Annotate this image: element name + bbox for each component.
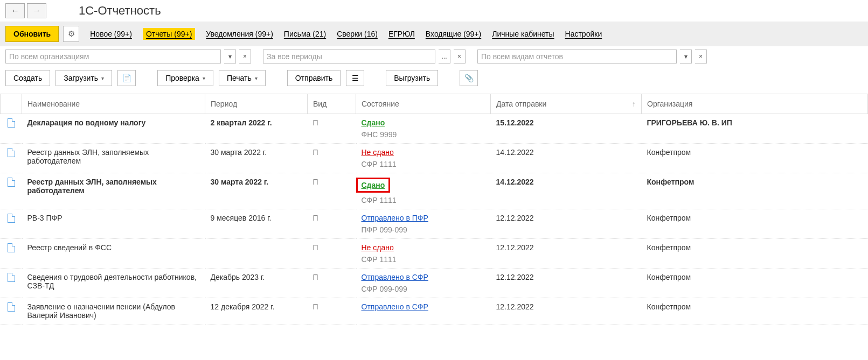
document-icon <box>8 243 15 252</box>
status-link[interactable]: Сдано <box>362 118 385 127</box>
status-link[interactable]: Отправлено в ПФР <box>362 214 428 222</box>
cell-org: Конфетпром <box>642 173 868 209</box>
forward-button[interactable]: → <box>27 3 46 18</box>
status-sub: СФР 099-099 <box>362 285 485 293</box>
load-label: Загрузить <box>64 74 98 82</box>
filter-org-dropdown[interactable]: ▾ <box>224 50 236 63</box>
tab-new[interactable]: Новое (99+) <box>90 30 132 38</box>
tab-reconciliations[interactable]: Сверки (16) <box>337 30 378 38</box>
cell-kind: П <box>308 298 356 324</box>
col-org[interactable]: Организация <box>642 94 868 114</box>
col-icon[interactable] <box>1 94 22 114</box>
cell-date: 14.12.2022 <box>491 144 642 173</box>
cell-date: 14.12.2022 <box>491 173 642 209</box>
cell-org: ГРИГОРЬЕВА Ю. В. ИП <box>642 114 868 144</box>
create-button[interactable]: Создать <box>5 70 50 86</box>
tab-cabinets[interactable]: Личные кабинеты <box>492 30 554 38</box>
reports-table: Наименование Период Вид Состояние Дата о… <box>0 94 868 324</box>
filter-type-dropdown[interactable]: ▾ <box>680 50 692 63</box>
chevron-down-icon: ▾ <box>255 75 258 81</box>
status-link[interactable]: Отправлено в СФР <box>362 273 428 281</box>
cell-kind: П <box>308 114 356 144</box>
cell-kind: П <box>308 173 356 209</box>
table-row[interactable]: РВ-3 ПФР9 месяцев 2016 г.ПОтправлено в П… <box>1 209 868 239</box>
document-icon <box>8 178 15 187</box>
status-sub: СФР 1111 <box>362 196 485 204</box>
col-name[interactable]: Наименование <box>22 94 205 114</box>
table-row[interactable]: Реестр данных ЭЛН, заполняемых работодат… <box>1 144 868 173</box>
refresh-button[interactable]: Обновить <box>5 26 59 42</box>
sort-asc-icon: ↑ <box>632 100 636 108</box>
cell-org: Конфетпром <box>642 144 868 173</box>
cell-date: 12.12.2022 <box>491 209 642 239</box>
filter-period-clear[interactable]: × <box>454 50 466 63</box>
cell-period: 9 месяцев 2016 г. <box>205 209 308 239</box>
tab-reports[interactable]: Отчеты (99+) <box>143 28 195 40</box>
cell-org: Конфетпром <box>642 239 868 269</box>
col-period[interactable]: Период <box>205 94 308 114</box>
file-button[interactable]: 📄 <box>117 70 136 86</box>
cell-status: Отправлено в СФР <box>356 298 491 324</box>
table-row[interactable]: Заявление о назначении пенсии (Абдулов В… <box>1 298 868 324</box>
cell-period: 30 марта 2022 г. <box>205 144 308 173</box>
col-status[interactable]: Состояние <box>356 94 491 114</box>
filter-type[interactable]: По всем видам отчетов <box>477 50 677 63</box>
attach-button[interactable]: 📎 <box>460 70 478 86</box>
load-button[interactable]: Загрузить ▾ <box>55 70 112 86</box>
status-link[interactable]: Не сдано <box>362 243 394 252</box>
col-kind[interactable]: Вид <box>308 94 356 114</box>
cell-name: Заявление о назначении пенсии (Абдулов В… <box>22 298 205 324</box>
print-button[interactable]: Печать ▾ <box>219 70 266 86</box>
check-label: Проверка <box>165 74 199 82</box>
status-link[interactable]: Отправлено в СФР <box>362 302 428 311</box>
tab-incoming[interactable]: Входящие (99+) <box>426 30 481 38</box>
status-sub: СФР 1111 <box>362 255 485 264</box>
print-label: Печать <box>227 74 252 82</box>
cell-kind: П <box>308 144 356 173</box>
export-button[interactable]: Выгрузить <box>386 70 438 86</box>
status-sub: ФНС 9999 <box>362 130 485 139</box>
tab-settings[interactable]: Настройки <box>565 30 602 38</box>
filter-org[interactable]: По всем организациям <box>5 50 221 63</box>
table-row[interactable]: Реестр сведений в ФССПНе сданоСФР 111112… <box>1 239 868 269</box>
cell-status: СданоФНС 9999 <box>356 114 491 144</box>
cell-status: СданоСФР 1111 <box>356 173 491 209</box>
cell-status: Не сданоСФР 1111 <box>356 239 491 269</box>
chevron-down-icon: ▾ <box>203 75 205 81</box>
tab-egrul[interactable]: ЕГРЮЛ <box>388 30 415 38</box>
cell-period: 12 декабря 2022 г. <box>205 298 308 324</box>
list-button[interactable]: ☰ <box>346 70 364 86</box>
check-button[interactable]: Проверка ▾ <box>157 70 213 86</box>
tab-notifications[interactable]: Уведомления (99+) <box>206 30 273 38</box>
back-button[interactable]: ← <box>5 3 25 18</box>
cell-status: Не сданоСФР 1111 <box>356 144 491 173</box>
cell-name: РВ-3 ПФР <box>22 209 205 239</box>
highlight-box: Сдано <box>356 178 391 193</box>
chevron-down-icon: ▾ <box>101 75 104 81</box>
list-icon: ☰ <box>352 74 359 82</box>
filter-type-clear[interactable]: × <box>695 50 707 63</box>
status-sub: СФР 1111 <box>362 160 485 168</box>
cell-status: Отправлено в ПФРПФР 099-099 <box>356 209 491 239</box>
status-link[interactable]: Не сдано <box>362 148 394 157</box>
cell-period: 2 квартал 2022 г. <box>205 114 308 144</box>
cell-period: Декабрь 2023 г. <box>205 269 308 298</box>
col-date[interactable]: Дата отправки ↑ <box>491 94 642 114</box>
send-button[interactable]: Отправить <box>287 70 341 86</box>
cell-name: Реестр сведений в ФСС <box>22 239 205 269</box>
table-row[interactable]: Реестр данных ЭЛН, заполняемых работодат… <box>1 173 868 209</box>
cell-kind: П <box>308 209 356 239</box>
document-icon <box>8 214 15 223</box>
cell-date: 15.12.2022 <box>491 114 642 144</box>
cell-period <box>205 239 308 269</box>
document-icon <box>8 148 15 157</box>
table-row[interactable]: Сведения о трудовой деятельности работни… <box>1 269 868 298</box>
filter-period[interactable]: За все периоды <box>263 50 435 63</box>
status-link[interactable]: Сдано <box>362 181 385 189</box>
filter-org-clear[interactable]: × <box>239 50 251 63</box>
table-row[interactable]: Декларация по водному налогу2 квартал 20… <box>1 114 868 144</box>
cell-kind: П <box>308 269 356 298</box>
gear-button[interactable]: ⚙ <box>63 26 79 42</box>
filter-period-ellipsis[interactable]: ... <box>439 50 450 63</box>
tab-letters[interactable]: Письма (21) <box>284 30 326 38</box>
